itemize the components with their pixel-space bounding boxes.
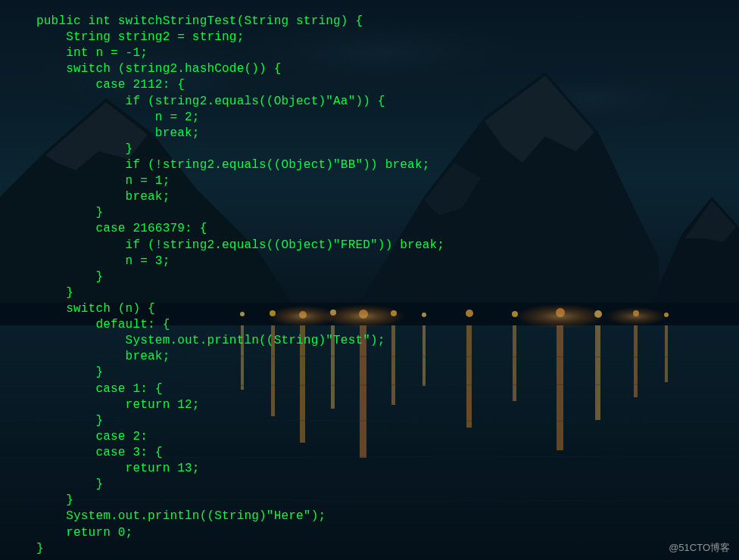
code-line: switch (string2.hashCode()) { (36, 61, 739, 77)
code-line: break; (36, 126, 739, 142)
code-line: n = 2; (36, 110, 739, 126)
code-block: public int switchStringTest(String strin… (0, 0, 739, 557)
code-line: } (36, 477, 739, 493)
code-line: System.out.println((String)"Test"); (36, 333, 739, 349)
code-line: public int switchStringTest(String strin… (36, 14, 739, 30)
code-line: case 2166379: { (36, 221, 739, 237)
code-line: } (36, 365, 739, 381)
code-line: return 0; (36, 525, 739, 541)
code-line: String string2 = string; (36, 30, 739, 45)
code-line: break; (36, 349, 739, 365)
code-line: if (string2.equals((Object)"Aa")) { (36, 94, 739, 110)
code-line: case 3: { (36, 445, 739, 461)
code-line: if (!string2.equals((Object)"BB")) break… (36, 157, 739, 173)
code-line: System.out.println((String)"Here"); (36, 509, 739, 524)
code-line: break; (36, 189, 739, 205)
code-line: } (36, 285, 739, 301)
code-line: } (36, 205, 739, 221)
watermark: @51CTO博客 (669, 541, 730, 554)
code-line: return 12; (36, 397, 739, 413)
code-line: case 2: (36, 429, 739, 445)
code-line: return 13; (36, 461, 739, 477)
code-line: } (36, 269, 739, 285)
code-line: } (36, 413, 739, 429)
code-line: n = 1; (36, 173, 739, 189)
code-line: int n = -1; (36, 45, 739, 61)
code-line: default: { (36, 317, 739, 333)
code-line: } (36, 142, 739, 157)
code-line: n = 3; (36, 254, 739, 269)
code-line: if (!string2.equals((Object)"FRED")) bre… (36, 238, 739, 254)
code-line: } (36, 493, 739, 509)
code-line: case 1: { (36, 381, 739, 397)
code-line: switch (n) { (36, 301, 739, 317)
code-line: } (36, 541, 739, 557)
code-line: case 2112: { (36, 77, 739, 93)
